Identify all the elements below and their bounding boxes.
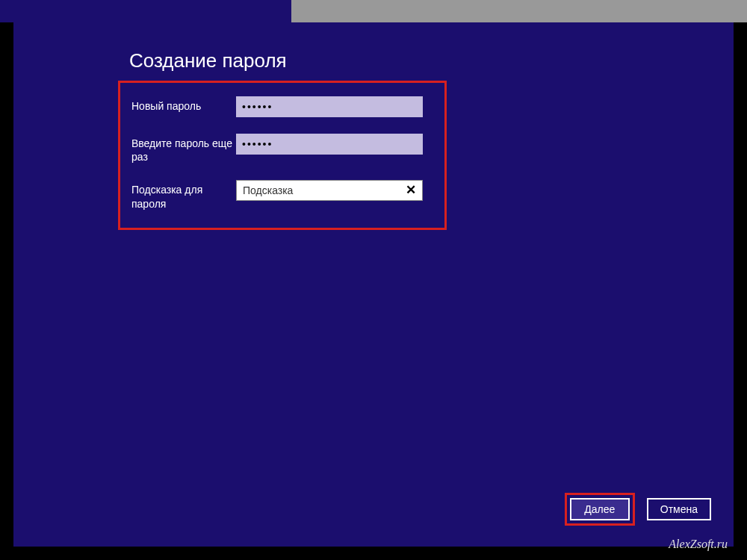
form-highlight-box: Новый пароль Введите пароль еще раз Подс… [118, 81, 447, 230]
hint-input[interactable] [236, 180, 423, 201]
hint-label: Подсказка для пароля [131, 180, 236, 210]
clear-icon[interactable]: ✕ [402, 181, 420, 199]
next-button-highlight: Далее [565, 493, 635, 526]
watermark-label: AlexZsoft.ru [669, 538, 728, 551]
button-bar: Далее Отмена [565, 493, 711, 526]
window-titlebar-accent [0, 0, 291, 22]
new-password-label: Новый пароль [131, 96, 236, 113]
new-password-row: Новый пароль [131, 96, 437, 117]
confirm-password-input[interactable] [236, 134, 423, 155]
window-titlebar [0, 0, 747, 22]
main-panel: Создание пароля Новый пароль Введите пар… [13, 22, 734, 547]
page-title: Создание пароля [129, 49, 287, 72]
cancel-button[interactable]: Отмена [647, 498, 711, 520]
confirm-password-row: Введите пароль еще раз [131, 134, 437, 164]
next-button[interactable]: Далее [570, 498, 630, 520]
confirm-password-label: Введите пароль еще раз [131, 134, 236, 164]
hint-row: Подсказка для пароля ✕ [131, 180, 437, 210]
hint-input-wrapper: ✕ [236, 180, 423, 201]
new-password-input[interactable] [236, 96, 423, 117]
